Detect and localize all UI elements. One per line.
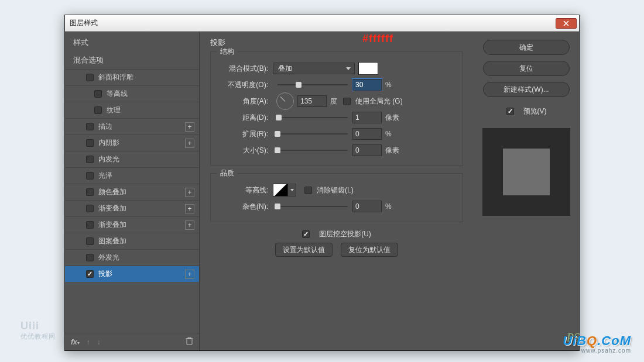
style-item-label: 描边 [98,122,112,132]
new-style-button[interactable]: 新建样式(W)... [483,82,570,97]
arrow-up-icon[interactable]: ↑ [87,338,90,346]
angle-input[interactable] [297,95,327,107]
style-item-7[interactable]: 颜色叠加+ [65,184,199,200]
spread-slider[interactable] [278,129,348,139]
style-checkbox[interactable] [86,237,94,245]
structure-legend: 结构 [217,47,238,57]
styles-list: 样式 混合选项 斜面和浮雕等高线纹理描边+内阴影+内发光光泽颜色叠加+渐变叠加+… [65,32,199,333]
close-button[interactable] [556,18,577,29]
antialias-checkbox[interactable] [304,187,312,194]
style-item-6[interactable]: 光泽 [65,167,199,184]
style-checkbox[interactable] [86,139,94,147]
styles-footer: fx▾ ↑ ↓ [65,333,199,350]
style-item-label: 内阴影 [98,138,119,148]
style-item-label: 内发光 [98,154,119,164]
make-default-button[interactable]: 设置为默认值 [275,243,333,257]
style-checkbox[interactable] [86,205,94,212]
trash-icon[interactable] [186,337,193,347]
style-checkbox[interactable] [86,270,94,278]
styles-column: 样式 混合选项 斜面和浮雕等高线纹理描边+内阴影+内发光光泽颜色叠加+渐变叠加+… [65,32,200,350]
style-checkbox[interactable] [86,188,94,196]
quality-fieldset: 品质 等高线: 消除锯齿(L) 杂色(N): % [210,173,463,222]
opacity-input[interactable] [352,79,382,91]
style-item-8[interactable]: 渐变叠加+ [65,200,199,216]
dialog-title: 图层样式 [70,18,98,28]
dialog-buttons-column: 确定 复位 新建样式(W)... 预览(V) [474,32,579,350]
preview-box [482,128,570,216]
fx-icon[interactable]: fx▾ [71,338,80,346]
style-checkbox[interactable] [86,254,94,261]
style-item-12[interactable]: 投影+ [65,266,199,282]
style-item-3[interactable]: 描边+ [65,118,199,135]
style-checkbox[interactable] [86,221,94,229]
style-item-11[interactable]: 外发光 [65,249,199,266]
add-effect-button[interactable]: + [185,139,194,148]
style-item-0[interactable]: 斜面和浮雕 [65,69,199,85]
add-effect-button[interactable]: + [185,270,194,279]
style-item-5[interactable]: 内发光 [65,151,199,167]
add-effect-button[interactable]: + [185,220,194,230]
distance-label: 距离(D): [219,113,273,123]
watermark-left: Uiii 优优教程网 [20,320,56,341]
preview-checkbox[interactable] [506,108,514,115]
noise-label: 杂色(N): [219,202,273,212]
spread-label: 扩展(R): [219,129,273,139]
size-slider[interactable] [278,146,348,155]
watermark-right: UiBQ.CoM www.psahz.com [563,333,631,354]
style-checkbox[interactable] [86,156,94,163]
opacity-slider[interactable] [278,80,348,89]
spread-input[interactable] [352,128,382,140]
style-item-label: 渐变叠加 [98,220,126,230]
antialias-label: 消除锯齿(L) [317,185,354,195]
global-light-label: 使用全局光 (G) [355,96,403,106]
style-item-9[interactable]: 渐变叠加+ [65,216,199,233]
style-checkbox[interactable] [94,90,102,98]
contour-label: 等高线: [219,185,273,195]
add-effect-button[interactable]: + [185,188,194,197]
angle-dial[interactable] [276,92,294,110]
contour-dropdown[interactable] [288,184,296,196]
style-checkbox[interactable] [94,106,102,114]
style-item-label: 颜色叠加 [98,187,126,197]
layer-style-dialog: 图层样式 样式 混合选项 斜面和浮雕等高线纹理描边+内阴影+内发光光泽颜色叠加+… [64,15,580,351]
ok-button[interactable]: 确定 [483,40,570,55]
knockout-label: 图层挖空投影(U) [319,229,371,239]
style-item-label: 图案叠加 [98,236,126,246]
quality-legend: 品质 [217,168,238,178]
knockout-checkbox[interactable] [302,230,310,238]
cancel-button[interactable]: 复位 [483,61,570,76]
style-checkbox[interactable] [86,172,94,180]
style-checkbox[interactable] [86,74,94,81]
size-input[interactable] [352,144,382,156]
distance-input[interactable] [352,112,382,123]
style-item-label: 渐变叠加 [98,204,126,213]
panel-title: 投影 [210,37,463,48]
close-icon [563,20,569,26]
style-item-10[interactable]: 图案叠加 [65,233,199,249]
style-item-label: 外发光 [98,253,119,263]
style-item-label: 光泽 [98,171,112,181]
contour-picker[interactable] [273,184,288,196]
reset-default-button[interactable]: 复位为默认值 [341,243,398,257]
style-item-label: 斜面和浮雕 [98,73,133,82]
styles-header[interactable]: 样式 [65,32,199,51]
style-item-4[interactable]: 内阴影+ [65,135,199,151]
style-item-2[interactable]: 纹理 [65,102,199,118]
color-swatch[interactable] [358,62,378,75]
noise-input[interactable] [352,201,382,212]
global-light-checkbox[interactable] [343,98,351,105]
arrow-down-icon[interactable]: ↓ [97,338,101,346]
style-item-1[interactable]: 等高线 [65,85,199,102]
noise-slider[interactable] [278,202,348,211]
annotation-color: #ffffff [362,33,393,45]
titlebar: 图层样式 [65,15,579,32]
structure-fieldset: 结构 混合模式(B): 叠加 不透明度(O): % 角度(A): 度 [210,51,463,166]
preview-swatch [503,149,550,195]
add-effect-button[interactable]: + [185,122,194,132]
blend-mode-select[interactable]: 叠加 [273,63,355,74]
distance-slider[interactable] [278,113,348,122]
add-effect-button[interactable]: + [185,204,194,213]
blending-options[interactable]: 混合选项 [65,51,199,69]
style-checkbox[interactable] [86,123,94,130]
size-label: 大小(S): [219,146,273,156]
